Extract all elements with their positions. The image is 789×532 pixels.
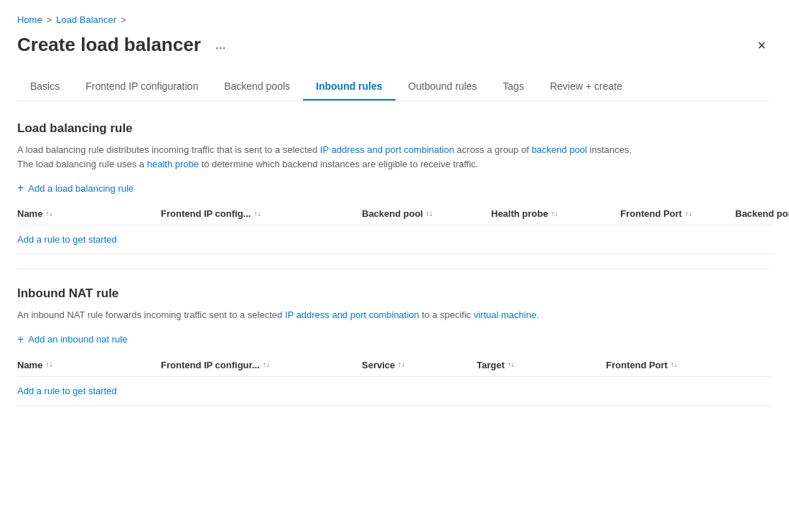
breadcrumb-home[interactable]: Home — [17, 14, 42, 25]
lb-col-backend-pool[interactable]: Backend pool ↑↓ — [362, 208, 491, 219]
load-balancing-rule-title: Load balancing rule — [17, 121, 772, 136]
nat-rule-table: Name ↑↓ Frontend IP configur... ↑↓ Servi… — [17, 360, 772, 406]
lb-col-backend-port[interactable]: Backend port ↑↓ — [735, 208, 789, 219]
inbound-nat-rule-description: An inbound NAT rule forwards incoming tr… — [17, 308, 772, 322]
lb-rule-table: Name ↑↓ Frontend IP config... ↑↓ Backend… — [17, 208, 772, 254]
page-title: Create load balancer — [17, 34, 201, 56]
nat-desc-text-1: An inbound NAT rule forwards incoming tr… — [17, 309, 285, 320]
tab-inbound-rules[interactable]: Inbound rules — [303, 73, 396, 101]
add-load-balancing-rule-button[interactable]: + Add a load balancing rule — [17, 182, 134, 194]
sort-icon-frontend: ↑↓ — [253, 210, 261, 218]
load-balancing-rule-description: A load balancing rule distributes incomi… — [17, 143, 772, 171]
add-nat-rule-label: Add an inbound nat rule — [28, 334, 127, 345]
lb-col-health-probe[interactable]: Health probe ↑↓ — [491, 208, 620, 219]
desc-text-3: instances. — [587, 144, 632, 155]
nat-table-header: Name ↑↓ Frontend IP configur... ↑↓ Servi… — [17, 360, 772, 377]
page-title-area: Create load balancer ... — [17, 34, 232, 56]
load-balancing-rule-section: Load balancing rule A load balancing rul… — [17, 121, 772, 254]
section-divider — [17, 269, 772, 269]
nat-col-frontend-ip[interactable]: Frontend IP configur... ↑↓ — [161, 360, 362, 370]
add-lb-rule-label: Add a load balancing rule — [28, 183, 134, 194]
nat-sort-icon-target: ↑↓ — [508, 361, 515, 368]
desc-backend-highlight: backend pool — [531, 144, 587, 155]
ellipsis-button[interactable]: ... — [210, 34, 232, 55]
lb-col-name[interactable]: Name ↑↓ — [17, 208, 161, 219]
nat-desc-vm-highlight: virtual machine — [474, 309, 536, 320]
nat-col-service[interactable]: Service ↑↓ — [362, 360, 477, 370]
nat-col-target[interactable]: Target ↑↓ — [477, 360, 606, 370]
lb-col-frontend-port[interactable]: Frontend Port ↑↓ — [620, 208, 735, 219]
page-header: Create load balancer ... × — [17, 34, 772, 56]
breadcrumb-load-balancer[interactable]: Load Balancer — [56, 14, 116, 25]
tab-tags[interactable]: Tags — [490, 73, 537, 101]
nat-sort-icon-service: ↑↓ — [398, 361, 405, 368]
breadcrumb: Home > Load Balancer > — [17, 14, 772, 25]
desc2-health-highlight: health probe — [147, 159, 199, 169]
inbound-nat-rule-section: Inbound NAT rule An inbound NAT rule for… — [17, 286, 772, 406]
nat-empty-row: Add a rule to get started — [17, 377, 772, 406]
nat-col-name[interactable]: Name ↑↓ — [17, 360, 161, 370]
desc2-text-2: to determine which backend instances are… — [199, 159, 478, 169]
lb-col-frontend-ip[interactable]: Frontend IP config... ↑↓ — [161, 208, 362, 219]
tab-basics[interactable]: Basics — [17, 73, 73, 101]
desc-ip-highlight: IP address and port combination — [320, 144, 454, 155]
plus-icon-lb: + — [17, 182, 24, 194]
desc2-text-1: The load balancing rule uses a — [17, 159, 147, 169]
sort-icon-name: ↑↓ — [45, 210, 52, 218]
nat-sort-icon-frontend-port: ↑↓ — [671, 361, 678, 368]
desc-text-1: A load balancing rule distributes incomi… — [17, 144, 320, 155]
close-button[interactable]: × — [752, 35, 772, 55]
inbound-nat-rule-title: Inbound NAT rule — [17, 286, 772, 301]
tab-bar: Basics Frontend IP configuration Backend… — [17, 73, 772, 101]
nat-sort-icon-name: ↑↓ — [45, 361, 52, 368]
add-inbound-nat-rule-button[interactable]: + Add an inbound nat rule — [17, 334, 127, 345]
nat-desc-ip-highlight: IP address and port combination — [285, 309, 419, 320]
nat-desc-text-2: to a specific — [419, 309, 474, 320]
nat-col-frontend-port[interactable]: Frontend Port ↑↓ — [606, 360, 735, 370]
breadcrumb-sep2: > — [121, 14, 126, 25]
breadcrumb-sep1: > — [47, 14, 52, 25]
tab-review-create[interactable]: Review + create — [537, 73, 635, 101]
plus-icon-nat: + — [17, 334, 24, 345]
desc-text-2: across a group of — [454, 144, 532, 155]
lb-table-header: Name ↑↓ Frontend IP config... ↑↓ Backend… — [17, 208, 772, 225]
tab-frontend-ip[interactable]: Frontend IP configuration — [73, 73, 211, 101]
sort-icon-health: ↑↓ — [551, 210, 558, 218]
tab-backend-pools[interactable]: Backend pools — [211, 73, 303, 101]
sort-icon-backend: ↑↓ — [426, 210, 433, 218]
tab-outbound-rules[interactable]: Outbound rules — [396, 73, 490, 101]
nat-desc-text-3: . — [536, 309, 539, 320]
lb-empty-row: Add a rule to get started — [17, 225, 772, 254]
nat-sort-icon-frontend: ↑↓ — [263, 361, 270, 368]
sort-icon-frontend-port: ↑↓ — [685, 210, 692, 218]
